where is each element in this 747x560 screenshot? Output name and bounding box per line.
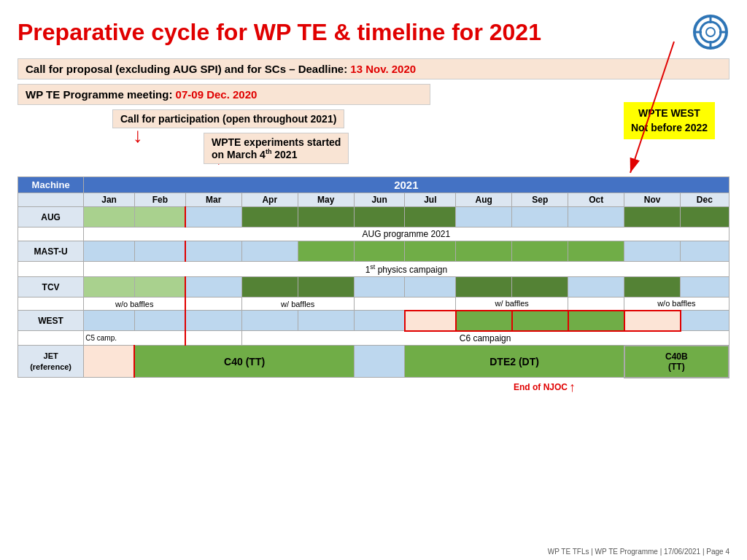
header-row-months: Jan Feb Mar Apr May Jun Jul Aug Sep Oct … (18, 193, 729, 207)
tcv-jan (84, 277, 135, 298)
info-box-meeting-highlight: 07-09 Dec. 2020 (176, 88, 258, 101)
table-row: 1st physics campaign (18, 262, 729, 277)
tcv-w-baffles-2-label: w/ baffles (456, 298, 568, 311)
table-row: MAST-U (18, 241, 729, 262)
tcv-apr (241, 277, 298, 298)
month-empty (18, 193, 84, 207)
west-jun (354, 311, 405, 331)
month-jun: Jun (354, 193, 405, 207)
table-row: w/o baffles w/ baffles w/ baffles w/o ba… (18, 298, 729, 311)
month-jul: Jul (405, 193, 456, 207)
mastu-jan (84, 241, 135, 262)
wpte-started-line2: on March 4 (212, 149, 266, 160)
table-row: AUG programme 2021 (18, 228, 729, 241)
footer: WP TE TFLs | WP TE Programme | 17/06/202… (548, 548, 729, 556)
table-row: TCV (18, 277, 729, 298)
gantt-table: Machine 2021 Jan Feb Mar Apr May Jun Jul… (18, 176, 729, 378)
mastu-feb (134, 241, 185, 262)
tcv-w-baffles-1-label: w/ baffles (241, 298, 354, 311)
west-jul (405, 311, 456, 331)
header-row-1: Machine 2021 (18, 177, 729, 193)
tcv-mar (185, 277, 241, 298)
jet-label: JET(reference) (18, 346, 84, 378)
machine-header: Machine (18, 177, 84, 193)
info-box-deadline-text: Call for proposal (excluding AUG SPI) an… (26, 63, 350, 75)
end-njoc-text: End of NJOC (514, 382, 568, 392)
aug-may (298, 207, 354, 228)
west-camp-empty (18, 331, 84, 346)
west-oct (568, 311, 624, 331)
jet-jan (84, 346, 135, 378)
west-nov (624, 311, 681, 331)
wpte-started-line1: WPTE experiments started (212, 136, 341, 148)
aug-label: AUG (18, 207, 84, 228)
aug-mar (185, 207, 241, 228)
mastu-jun (354, 241, 405, 262)
tcv-baffle-mid (354, 298, 456, 311)
arrow-1-icon: ↓ (133, 125, 143, 146)
month-jan: Jan (84, 193, 135, 207)
west-aug (456, 311, 512, 331)
tcv-sep (512, 277, 568, 298)
end-njoc-label: End of NJOC ↑ (514, 380, 576, 395)
month-oct: Oct (568, 193, 624, 207)
tcv-nov (624, 277, 681, 298)
aug-jun (354, 207, 405, 228)
mastu-camp-empty (18, 262, 84, 277)
table-row: WEST (18, 311, 729, 331)
west-c5-label: C5 camp. (84, 331, 186, 346)
tcv-baffle-oct (568, 298, 624, 311)
mastu-mar (185, 241, 241, 262)
aug-feb (134, 207, 185, 228)
month-aug: Aug (456, 193, 512, 207)
aug-aug (456, 207, 512, 228)
end-njoc-area: End of NJOC ↑ (18, 378, 729, 400)
month-sep: Sep (512, 193, 568, 207)
tcv-jul (405, 277, 456, 298)
month-apr: Apr (241, 193, 298, 207)
west-jan (84, 311, 135, 331)
aug-sep (512, 207, 568, 228)
west-apr (241, 311, 298, 331)
aug-dec (681, 207, 729, 228)
mastu-jul (405, 241, 456, 262)
west-sep (512, 311, 568, 331)
page-title: Preparative cycle for WP TE & timeline f… (18, 19, 541, 46)
wpte-started-line3: 2021 (271, 149, 297, 160)
tcv-label: TCV (18, 277, 84, 298)
info-box-deadline-highlight: 13 Nov. 2020 (350, 63, 416, 75)
tcv-wo-baffles-2-label: w/o baffles (624, 298, 729, 311)
year-header: 2021 (84, 177, 729, 193)
month-may: May (298, 193, 354, 207)
svg-point-1 (700, 22, 721, 42)
tcv-dec (681, 277, 729, 298)
west-camp-mar (185, 331, 241, 346)
aug-prog-empty (18, 228, 84, 241)
tcv-baffle-empty (18, 298, 84, 311)
mastu-sep (512, 241, 568, 262)
mastu-nov (624, 241, 681, 262)
aug-oct (568, 207, 624, 228)
table-row: AUG (18, 207, 729, 228)
jet-dte2-cell: DTE2 (DT) (405, 346, 624, 378)
wpte-west-line1: WPTE WEST (638, 107, 700, 119)
jet-c40-cell: C40 (TT) (134, 346, 354, 378)
aug-apr (241, 207, 298, 228)
logo-icon (692, 13, 729, 51)
info-box-meeting-text: WP TE Programme meeting: (26, 88, 176, 101)
tcv-may (298, 277, 354, 298)
jet-c40b-cell: C40B(TT) (624, 346, 729, 378)
west-label: WEST (18, 311, 84, 331)
west-dec (681, 311, 729, 331)
wpte-started-box: WPTE experiments started on March 4th 20… (204, 133, 349, 164)
month-mar: Mar (185, 193, 241, 207)
west-may (298, 311, 354, 331)
mastu-apr (241, 241, 298, 262)
wpte-west-line2: Not before 2022 (631, 122, 708, 133)
tcv-oct (568, 277, 624, 298)
west-feb (134, 311, 185, 331)
mastu-aug (456, 241, 512, 262)
mast-campaign-label: 1st physics campaign (84, 262, 729, 277)
aug-jul (405, 207, 456, 228)
aug-nov (624, 207, 681, 228)
